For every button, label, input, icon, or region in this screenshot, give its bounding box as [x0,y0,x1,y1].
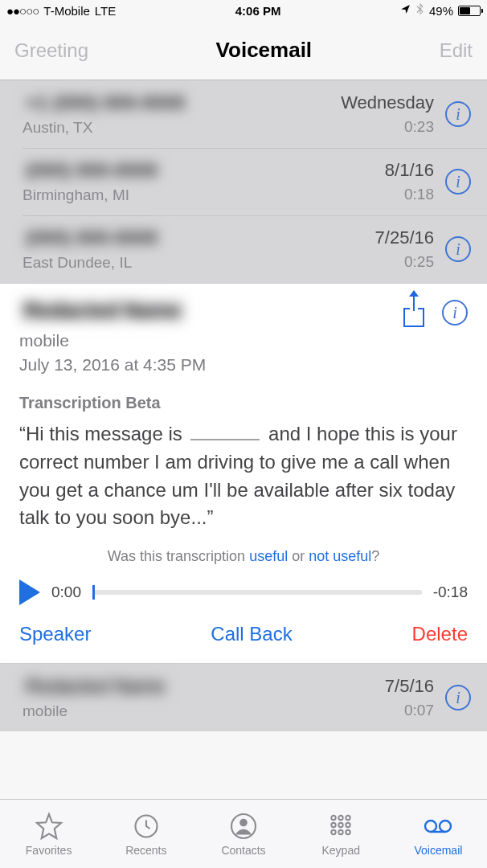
location-arrow-icon [400,4,411,17]
svg-point-9 [332,829,336,833]
caller-location: East Dundee, IL [23,254,375,272]
speaker-button[interactable]: Speaker [19,623,91,645]
call-date: 8/1/16 [385,160,434,181]
clock: 4:06 PM [235,4,281,18]
voicemail-row[interactable]: Redacted Name mobile 7/5/16 0:07 i [0,664,487,731]
svg-point-10 [339,829,343,833]
transcription-feedback: Was this transcription useful or not use… [19,548,468,565]
signal-dots-icon: ●●○○○ [6,4,39,18]
tab-label: Keypad [321,844,359,857]
play-icon[interactable] [19,579,40,605]
call-date: 7/5/16 [385,676,434,697]
voicemail-row[interactable]: (000) 000-0000 Birmingham, MI 8/1/16 0:1… [0,148,487,215]
voicemail-detail: Redacted Name mobile July 13, 2016 at 4:… [0,283,487,664]
call-datetime: July 13, 2016 at 4:35 PM [19,355,402,375]
svg-point-2 [239,818,248,826]
call-date: Wednesday [341,92,434,113]
contact-icon [229,812,258,841]
feedback-or: or [288,548,309,564]
elapsed-time: 0:00 [51,583,81,601]
caller-label: mobile [19,331,402,350]
feedback-q: ? [371,548,379,564]
caller-number: +1 (000) 000-0000 [23,92,188,114]
status-bar: ●●○○○ T-Mobile LTE 4:06 PM 49% [0,0,487,21]
svg-point-8 [346,822,350,826]
info-icon[interactable]: i [445,101,471,127]
call-duration: 0:23 [341,118,434,136]
tab-label: Contacts [221,844,265,857]
voicemail-row[interactable]: +1 (000) 000-0000 Austin, TX Wednesday 0… [0,80,487,148]
info-icon[interactable]: i [445,169,471,194]
redacted-word [190,423,260,440]
delete-button[interactable]: Delete [412,623,468,645]
star-icon [35,812,63,841]
tab-bar: Favorites Recents Contacts Keypad Voicem… [0,799,487,868]
voicemail-list-after: Redacted Name mobile 7/5/16 0:07 i [0,664,487,731]
feedback-prefix: Was this transcription [108,548,249,564]
tab-keypad[interactable]: Keypad [293,800,390,868]
playhead-icon[interactable] [92,585,95,600]
caller-number: (000) 000-0000 [23,159,161,182]
edit-button[interactable]: Edit [440,39,473,62]
tab-recents[interactable]: Recents [97,800,194,868]
caller-location: mobile [23,702,385,720]
feedback-useful-link[interactable]: useful [249,548,288,564]
svg-point-12 [425,821,436,832]
remaining-time: -0:18 [433,583,468,601]
call-duration: 0:07 [385,702,434,719]
call-date: 7/25/16 [375,227,434,248]
caller-name: Redacted Name [19,298,186,323]
svg-point-13 [440,821,451,832]
caller-number: Redacted Name [23,675,168,698]
battery-percent: 49% [429,4,453,18]
bluetooth-icon [415,3,424,18]
info-icon[interactable]: i [442,300,468,326]
clock-icon [132,812,161,841]
info-icon[interactable]: i [445,685,471,710]
transcription-text: “Hi this message is and I hope this is y… [19,420,468,532]
feedback-not-useful-link[interactable]: not useful [309,548,371,564]
audio-player: 0:00 -0:18 [19,579,468,605]
scrubber-track[interactable] [92,590,422,595]
svg-point-3 [332,815,336,819]
transcription-prefix: “Hi this message is [19,423,187,444]
voicemail-icon [424,812,452,841]
tab-favorites[interactable]: Favorites [0,800,97,868]
svg-point-5 [346,815,350,819]
voicemail-list: +1 (000) 000-0000 Austin, TX Wednesday 0… [0,80,487,283]
svg-point-11 [346,829,350,833]
tab-label: Favorites [26,844,72,857]
battery-icon [458,6,481,16]
caller-number: (000) 000-0000 [23,227,161,249]
callback-button[interactable]: Call Back [211,623,292,645]
call-duration: 0:18 [385,186,434,203]
network-label: LTE [95,4,116,18]
carrier-label: T-Mobile [43,4,90,18]
nav-header: Greeting Voicemail Edit [0,21,487,80]
caller-location: Austin, TX [23,119,341,137]
transcription-header: Transcription Beta [19,394,468,412]
call-duration: 0:25 [375,253,434,271]
keypad-icon [326,812,355,841]
tab-label: Voicemail [414,844,462,857]
tab-voicemail[interactable]: Voicemail [390,800,487,868]
voicemail-actions: Speaker Call Back Delete [19,605,468,663]
share-icon[interactable] [402,298,426,327]
greeting-button[interactable]: Greeting [14,39,88,62]
caller-location: Birmingham, MI [23,186,385,204]
svg-point-6 [332,822,336,826]
voicemail-row[interactable]: (000) 000-0000 East Dundee, IL 7/25/16 0… [0,215,487,283]
tab-label: Recents [125,844,166,857]
svg-point-7 [339,822,343,826]
info-icon[interactable]: i [445,236,471,262]
page-title: Voicemail [216,38,312,63]
svg-point-4 [339,815,343,819]
tab-contacts[interactable]: Contacts [194,800,292,868]
